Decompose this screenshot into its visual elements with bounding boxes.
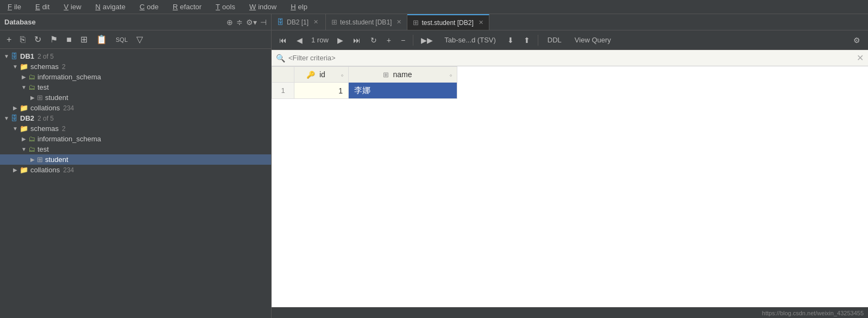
db2-info-arrow[interactable]: ▶ — [20, 136, 28, 142]
db2-collations-badge: 234 — [63, 166, 74, 174]
sidebar-item-db2-info-schema[interactable]: ▶ 🗂 information_schema — [0, 134, 271, 144]
menu-file[interactable]: File — [3, 2, 23, 12]
db1-info-icon: 🗂 — [28, 73, 35, 81]
nav-last-button[interactable]: ⏭ — [350, 34, 364, 46]
db1-schemas-arrow[interactable]: ▼ — [11, 64, 20, 70]
db1-student-icon: ⊞ — [37, 93, 43, 102]
clipboard-button[interactable]: 📋 — [93, 33, 110, 46]
tab-student-db2[interactable]: ⊞ test.student [DB2] ✕ — [407, 14, 489, 30]
db1-label: DB1 — [20, 52, 34, 60]
name-col-sort[interactable]: ⬦ — [449, 72, 452, 78]
db1-arrow[interactable]: ▼ — [2, 53, 11, 59]
row-number-cell: 1 — [272, 83, 294, 99]
db1-collations-label: collations — [30, 104, 60, 112]
id-col-sort[interactable]: ⬦ — [341, 72, 344, 78]
filter-input[interactable] — [288, 54, 857, 62]
view-query-button[interactable]: View Query — [570, 34, 616, 46]
sidebar-item-db2-schemas[interactable]: ▼ 📁 schemas 2 — [0, 123, 271, 134]
db1-schemas-badge: 2 — [62, 63, 66, 71]
sidebar-icon-gear[interactable]: ⚙▾ — [246, 18, 257, 27]
sidebar-item-db1-collations[interactable]: ▶ 📁 collations 234 — [0, 103, 271, 113]
menu-tools[interactable]: Tools — [211, 2, 237, 12]
db1-collations-arrow[interactable]: ▶ — [11, 105, 20, 111]
stop-button[interactable]: ■ — [63, 33, 75, 46]
tab-student-db2-icon: ⊞ — [413, 18, 419, 27]
db1-icon: 🗄 — [11, 52, 18, 60]
menu-help[interactable]: Help — [286, 2, 310, 12]
sidebar-item-db2[interactable]: ▼ 🗄 DB2 2 of 5 — [0, 113, 271, 123]
db1-info-arrow[interactable]: ▶ — [20, 74, 28, 80]
sidebar-item-db2-collations[interactable]: ▶ 📁 collations 234 — [0, 165, 271, 175]
db2-test-icon: 🗂 — [28, 145, 35, 153]
menu-window[interactable]: Window — [245, 2, 279, 12]
column-header-id[interactable]: 🔑 id ⬦ — [294, 67, 349, 83]
add-button[interactable]: + — [3, 33, 15, 46]
menu-view[interactable]: View — [59, 2, 83, 12]
menu-bar: File Edit View Navigate Code Refactor To… — [0, 0, 868, 14]
nav-next-button[interactable]: ▶ — [334, 34, 347, 46]
db2-collations-label: collations — [30, 166, 60, 174]
db2-student-arrow[interactable]: ▶ — [28, 157, 37, 163]
db1-collations-icon: 📁 — [20, 104, 28, 112]
more-button[interactable]: ▶▶ — [418, 34, 436, 46]
sidebar-header: Database ⊕ ≑ ⚙▾ ⊣ — [0, 14, 271, 30]
db2-schemas-arrow[interactable]: ▼ — [11, 126, 20, 132]
data-toolbar: ⏮ ◀ 1 row ▶ ⏭ ↻ + − ▶▶ Tab-se...d (TSV) … — [272, 30, 868, 50]
sidebar-item-db1-test[interactable]: ▼ 🗂 test — [0, 82, 271, 92]
sidebar-title: Database — [4, 18, 36, 26]
table-header-row: 🔑 id ⬦ ⊞ name ⬦ — [272, 67, 457, 83]
menu-edit[interactable]: Edit — [31, 2, 52, 12]
id-cell[interactable]: 1 — [294, 83, 349, 99]
tab-db2[interactable]: 🗄 DB2 [1] ✕ — [272, 14, 326, 30]
sidebar-icon-pin[interactable]: ⊣ — [260, 18, 267, 27]
sql-button[interactable]: SQL — [112, 35, 131, 45]
db1-test-label: test — [37, 83, 49, 91]
name-col-label: name — [393, 70, 412, 79]
db2-arrow[interactable]: ▼ — [2, 115, 11, 121]
flag-button[interactable]: ⚑ — [47, 33, 61, 46]
sidebar-item-db1-schemas[interactable]: ▼ 📁 schemas 2 — [0, 61, 271, 72]
sidebar-item-db1-info-schema[interactable]: ▶ 🗂 information_schema — [0, 72, 271, 82]
upload-button[interactable]: ⬆ — [520, 34, 533, 46]
db1-info-label: information_schema — [37, 73, 101, 81]
nav-prev-button[interactable]: ◀ — [293, 34, 306, 46]
column-header-name[interactable]: ⊞ name ⬦ — [349, 67, 457, 83]
tab-student-db1-close[interactable]: ✕ — [397, 18, 401, 26]
sidebar-item-db1[interactable]: ▼ 🗄 DB1 2 of 5 — [0, 51, 271, 61]
sidebar-icon-split[interactable]: ≑ — [236, 18, 243, 27]
grid-button[interactable]: ⊞ — [77, 33, 91, 46]
nav-first-button[interactable]: ⏮ — [276, 34, 290, 46]
db2-test-arrow[interactable]: ▼ — [20, 146, 28, 152]
db2-collations-arrow[interactable]: ▶ — [11, 167, 20, 173]
menu-code[interactable]: Code — [135, 2, 161, 12]
sidebar-icon-globe[interactable]: ⊕ — [227, 18, 233, 27]
sidebar-item-db2-test[interactable]: ▼ 🗂 test — [0, 144, 271, 154]
db2-student-label: student — [45, 155, 68, 164]
db1-schemas-label: schemas — [30, 63, 59, 71]
settings-button[interactable]: ⚙ — [850, 34, 864, 46]
db2-icon: 🗄 — [11, 114, 18, 122]
download-button[interactable]: ⬇ — [504, 34, 517, 46]
tab-student-db2-close[interactable]: ✕ — [479, 19, 483, 26]
status-bar: https://blog.csdn.net/weixin_43253455 — [272, 307, 868, 318]
tab-student-db1[interactable]: ⊞ test.student [DB1] ✕ — [326, 14, 407, 30]
name-cell[interactable]: 李娜 — [349, 83, 457, 99]
tab-db2-close[interactable]: ✕ — [313, 18, 318, 26]
tab-student-db1-icon: ⊞ — [331, 18, 337, 26]
menu-refactor[interactable]: Refactor — [168, 2, 204, 12]
filter-button[interactable]: ▽ — [133, 33, 146, 46]
refresh-data-button[interactable]: ↻ — [367, 34, 380, 46]
tab-student-db2-label: test.student [DB2] — [422, 19, 473, 27]
export-format-button[interactable]: Tab-se...d (TSV) — [439, 34, 501, 46]
db1-student-arrow[interactable]: ▶ — [28, 95, 37, 101]
menu-navigate[interactable]: Navigate — [91, 2, 128, 12]
add-row-button[interactable]: + — [383, 34, 394, 46]
copy-button[interactable]: ⎘ — [17, 33, 29, 46]
ddl-button[interactable]: DDL — [543, 34, 567, 46]
remove-row-button[interactable]: − — [398, 34, 408, 46]
db1-test-arrow[interactable]: ▼ — [20, 84, 28, 90]
filter-close-button[interactable]: ✕ — [857, 53, 864, 63]
sidebar-item-db1-student[interactable]: ▶ ⊞ student — [0, 92, 271, 103]
sidebar-item-db2-student[interactable]: ▶ ⊞ student — [0, 154, 271, 165]
refresh-button[interactable]: ↻ — [31, 33, 45, 46]
